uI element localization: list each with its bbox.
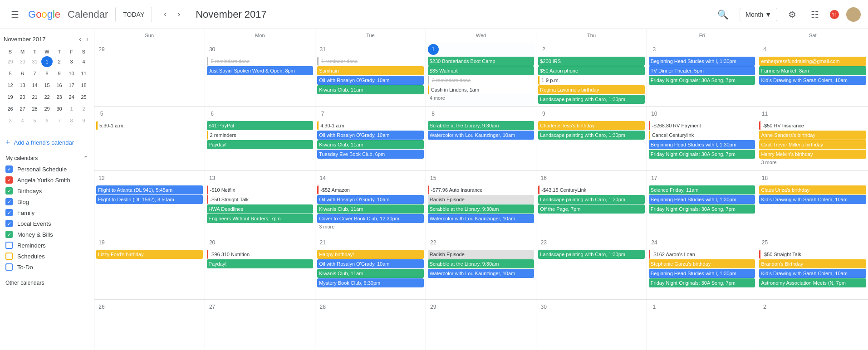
calendar-event[interactable]: Farmers Market, 8am [759, 66, 866, 75]
mini-cal-day[interactable]: 18 [78, 80, 89, 91]
today-button[interactable]: TODAY [115, 7, 152, 22]
calendar-day[interactable]: 1 [647, 300, 758, 350]
calendar-event[interactable]: Landscape painting with Caro, 1:30pm [538, 195, 645, 204]
calendar-day[interactable]: 4emberpressfundraising@gmail.comFarmers … [757, 42, 868, 106]
mini-cal-day[interactable]: 6 [17, 68, 28, 79]
calendar-event[interactable]: -$77.96 Auto Insurance [428, 185, 535, 194]
mini-cal-day[interactable]: 8 [41, 68, 53, 79]
calendar-event[interactable]: Science Friday, 11am [649, 185, 755, 194]
avatar[interactable] [846, 7, 861, 22]
calendar-day[interactable]: 311 reminder doneSamhainOil with Rosalyn… [315, 42, 426, 106]
calendar-event[interactable]: $41 PayPal [207, 121, 314, 130]
calendar-day[interactable]: 8Scrabble at the Library, 9:30amWatercol… [426, 107, 537, 170]
mini-cal-day[interactable]: 21 [29, 92, 40, 102]
hamburger-menu[interactable]: ☰ [7, 5, 23, 24]
calendar-day[interactable]: 2$200 IRS$50 Aaron phone1-9 p.m.Regina L… [536, 42, 647, 106]
calendar-item[interactable]: ✓Angela Yuriko Smith [4, 175, 90, 185]
calendar-event[interactable]: -$162 Aaron's Loan [649, 250, 755, 259]
calendar-event[interactable]: Oil with Rosalyn O'Grady, 10am [317, 195, 424, 204]
calendar-day[interactable]: 21Happy birthday!Oil with Rosalyn O'Grad… [315, 235, 426, 299]
mini-cal-day[interactable]: 29 [5, 56, 16, 67]
calendar-event[interactable]: Charlene Tess's birthday [538, 121, 645, 130]
calendar-day[interactable]: 305 reminders doneJust Sayin' Spoken Wor… [205, 42, 316, 106]
calendar-event[interactable]: 4 more [428, 95, 535, 101]
calendar-event[interactable]: 5:30-1 a.m. [96, 121, 203, 130]
mini-cal-next[interactable]: › [84, 34, 90, 44]
calendar-event[interactable]: $35 Walmart [428, 66, 535, 75]
calendar-day[interactable]: 74:30-1 a.m.Oil with Rosalyn O'Grady, 10… [315, 107, 426, 170]
calendar-event[interactable]: Cash in Lindens, 1am [428, 85, 535, 94]
calendar-day[interactable]: 9Charlene Tess's birthdayLandscape paint… [536, 107, 647, 170]
calendar-item[interactable]: ✓Birthdays [4, 185, 90, 196]
calendar-day[interactable]: 13-$10 Netflix-$50 Straight TalkHWA Dead… [205, 171, 316, 235]
calendar-event[interactable]: -$52 Amazon [317, 185, 424, 194]
mini-cal-day[interactable]: 25 [78, 92, 89, 102]
calendar-event[interactable]: Friday Night Originals: 30A Song, 7pm [649, 76, 755, 85]
mini-cal-day[interactable]: 29 [41, 103, 53, 114]
calendar-event[interactable]: Kid's Drawing with Sarah Colem, 10am [759, 195, 866, 204]
mini-cal-prev[interactable]: ‹ [77, 34, 83, 44]
calendar-event[interactable]: 1 reminder done [317, 57, 424, 66]
calendar-day[interactable]: 10-$268.80 RV PaymentCancel CenturylinkB… [647, 107, 758, 170]
mini-cal-day[interactable]: 8 [66, 115, 77, 126]
calendar-day[interactable]: 19Lizzy Ford's birthday [94, 235, 205, 299]
calendar-day[interactable]: 2 [757, 300, 868, 350]
calendar-event[interactable]: Oil with Rosalyn O'Grady, 10am [317, 76, 424, 85]
calendar-event[interactable]: 4:30-1 a.m. [317, 121, 424, 130]
calendar-day[interactable]: 6$41 PayPal2 remindersPayday! [205, 107, 316, 170]
calendar-event[interactable]: $230 Borderlands Boot Camp [428, 57, 535, 66]
calendar-day[interactable]: 55:30-1 a.m. [94, 107, 205, 170]
calendar-event[interactable]: Henry Melvin's birthday [759, 150, 866, 159]
calendar-day[interactable]: 22Radish EpisodeScrabble at the Library,… [426, 235, 537, 299]
calendar-event[interactable]: Kiwanis Club, 11am [317, 204, 424, 214]
mini-cal-day[interactable]: 19 [5, 92, 16, 102]
calendar-event[interactable]: Payday! [207, 140, 314, 149]
calendar-event[interactable]: Just Sayin' Spoken Word & Open, 8pm [207, 66, 314, 75]
calendar-day[interactable]: 18Claus Uriza's birthdayKid's Drawing wi… [757, 171, 868, 235]
calendar-event[interactable]: emberpressfundraising@gmail.com [759, 57, 866, 66]
calendar-event[interactable]: Lizzy Ford's birthday [96, 250, 203, 259]
calendar-event[interactable]: Friday Night Originals: 30A Song, 7pm [649, 150, 755, 159]
calendar-event[interactable]: Kiwanis Club, 11am [317, 85, 424, 94]
calendar-item[interactable]: ✓Money & Bills [4, 229, 90, 240]
calendar-day[interactable]: 23Landscape painting with Caro, 1:30pm [536, 235, 647, 299]
calendar-event[interactable]: Oil with Rosalyn O'Grady, 10am [317, 259, 424, 268]
calendar-event[interactable]: Anne Sanders's birthday [759, 131, 866, 140]
apps-icon[interactable]: ☷ [807, 5, 823, 24]
calendar-item[interactable]: Schedules [4, 251, 90, 262]
mini-cal-day[interactable]: 17 [66, 80, 77, 91]
calendar-event[interactable]: Cover to Cover Book Club, 12:30pm [317, 214, 424, 223]
calendar-event[interactable]: Capt Trevor Miller's birthday [759, 140, 866, 149]
calendar-day[interactable]: 1$230 Borderlands Boot Camp$35 Walmart2 … [426, 42, 537, 106]
calendar-event[interactable]: Off the Page, 7pm [538, 204, 645, 214]
add-friend-calendar[interactable]: + Add a friend's calendar [4, 134, 90, 151]
mini-cal-day[interactable]: 2 [54, 56, 65, 67]
calendar-day[interactable]: 3Beginning Head Studies with l, 1:30pmTV… [647, 42, 758, 106]
calendar-event[interactable]: -$268.80 RV Payment [649, 121, 755, 130]
calendar-day[interactable]: 30 [536, 300, 647, 350]
calendar-event[interactable]: Beginning Head Studies with l, 1:30pm [649, 195, 755, 204]
calendar-event[interactable]: Landscape painting with Caro, 1:30pm [538, 95, 645, 104]
mini-cal-day[interactable]: 9 [78, 115, 89, 126]
mini-cal-day[interactable]: 24 [66, 92, 77, 102]
mini-cal-day[interactable]: 7 [29, 68, 40, 79]
calendar-day[interactable]: 11-$50 RV InsuranceAnne Sanders's birthd… [757, 107, 868, 170]
calendar-event[interactable]: Claus Uriza's birthday [759, 185, 866, 194]
mini-cal-day[interactable]: 7 [54, 115, 65, 126]
calendar-event[interactable]: -$50 Straight Talk [207, 195, 314, 204]
month-selector[interactable]: Month ▼ [740, 8, 777, 21]
calendar-event[interactable]: Kiwanis Club, 11am [317, 140, 424, 149]
mini-cal-day[interactable]: 27 [17, 103, 28, 114]
mini-cal-day[interactable]: 3 [66, 56, 77, 67]
mini-cal-day[interactable]: 20 [17, 92, 28, 102]
mini-cal-day[interactable]: 6 [41, 115, 53, 126]
calendar-event[interactable]: Happy birthday! [317, 250, 424, 259]
mini-cal-day[interactable]: 11 [78, 68, 89, 79]
mini-cal-day[interactable]: 10 [66, 68, 77, 79]
calendar-event[interactable]: -$10 Netflix [207, 185, 314, 194]
mini-cal-day[interactable]: 3 [5, 115, 16, 126]
calendar-event[interactable]: Flight to Destin (DL 1562), 8:50am [96, 195, 203, 204]
calendar-event[interactable]: 2 reminders done [428, 76, 535, 85]
calendar-event[interactable]: Beginning Head Studies with l, 1:30pm [649, 57, 755, 66]
mini-cal-day[interactable]: 31 [29, 56, 40, 67]
